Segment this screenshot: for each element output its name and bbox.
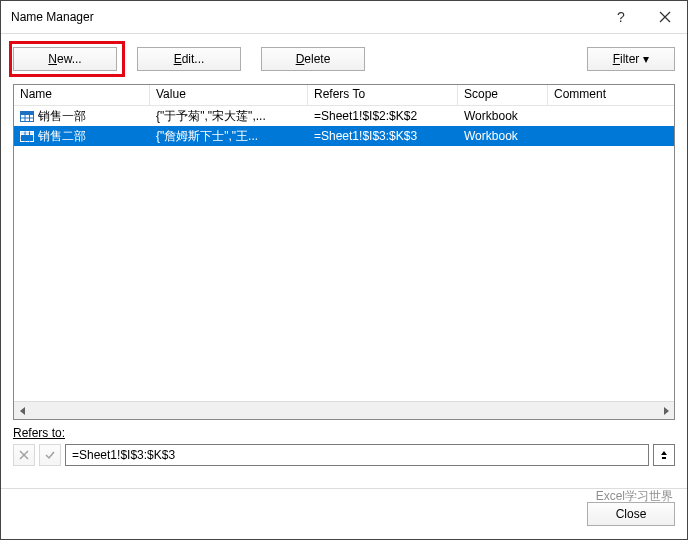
refers-to-input[interactable] <box>65 444 649 466</box>
check-icon <box>44 449 56 461</box>
svg-marker-17 <box>661 451 667 455</box>
triangle-left-icon <box>19 407 27 415</box>
scroll-right-button[interactable] <box>657 402 674 419</box>
col-header-comment[interactable]: Comment <box>548 85 674 105</box>
triangle-right-icon <box>662 407 670 415</box>
table-row[interactable]: 销售二部{"詹姆斯下士","王...=Sheet1!$I$3:$K$3Workb… <box>14 126 674 146</box>
help-button[interactable]: ? <box>599 9 643 25</box>
dialog-footer: Close <box>1 488 687 539</box>
cell-comment <box>548 134 674 138</box>
scroll-left-button[interactable] <box>14 402 31 419</box>
col-header-scope[interactable]: Scope <box>458 85 548 105</box>
cell-value: {"于予菊","宋大莲",... <box>150 106 308 127</box>
cell-scope: Workbook <box>458 107 548 125</box>
svg-marker-12 <box>20 407 25 415</box>
cell-refers: =Sheet1!$I$2:$K$2 <box>308 107 458 125</box>
col-header-name[interactable]: Name <box>14 85 150 105</box>
x-icon <box>18 449 30 461</box>
collapse-dialog-button[interactable] <box>653 444 675 466</box>
edit-button[interactable]: Edit... <box>137 47 241 71</box>
svg-marker-13 <box>664 407 669 415</box>
svg-rect-16 <box>662 457 666 459</box>
window-title: Name Manager <box>11 10 599 24</box>
commit-edit-button <box>39 444 61 466</box>
table-icon <box>20 111 34 122</box>
table-icon <box>20 131 34 142</box>
cell-refers: =Sheet1!$I$3:$K$3 <box>308 127 458 145</box>
cell-value: {"詹姆斯下士","王... <box>150 126 308 147</box>
grid-body[interactable]: 销售一部{"于予菊","宋大莲",...=Sheet1!$I$2:$K$2Wor… <box>14 106 674 401</box>
cancel-edit-button <box>13 444 35 466</box>
close-icon <box>659 11 671 23</box>
toolbar: New... Edit... Delete Filter ▾ <box>1 34 687 84</box>
table-row[interactable]: 销售一部{"于予菊","宋大莲",...=Sheet1!$I$2:$K$2Wor… <box>14 106 674 126</box>
cell-name: 销售二部 <box>14 126 150 147</box>
filter-button[interactable]: Filter ▾ <box>587 47 675 71</box>
new-button[interactable]: New... <box>13 47 117 71</box>
grid-header[interactable]: Name Value Refers To Scope Comment <box>14 85 674 106</box>
titlebar: Name Manager ? <box>1 1 687 34</box>
collapse-icon <box>659 450 669 460</box>
names-grid: Name Value Refers To Scope Comment 销售一部{… <box>13 84 675 420</box>
cell-scope: Workbook <box>458 127 548 145</box>
refers-to-section: Refers to: <box>13 426 675 466</box>
close-button[interactable]: Close <box>587 502 675 526</box>
cell-name: 销售一部 <box>14 106 150 127</box>
caret-down-icon: ▾ <box>643 52 649 66</box>
cell-comment <box>548 114 674 118</box>
name-manager-dialog: Name Manager ? New... Edit... Delete Fil… <box>0 0 688 540</box>
delete-button[interactable]: Delete <box>261 47 365 71</box>
horizontal-scrollbar[interactable] <box>14 401 674 419</box>
col-header-value[interactable]: Value <box>150 85 308 105</box>
close-window-button[interactable] <box>643 1 687 33</box>
refers-to-label: Refers to: <box>13 426 65 440</box>
col-header-refers[interactable]: Refers To <box>308 85 458 105</box>
